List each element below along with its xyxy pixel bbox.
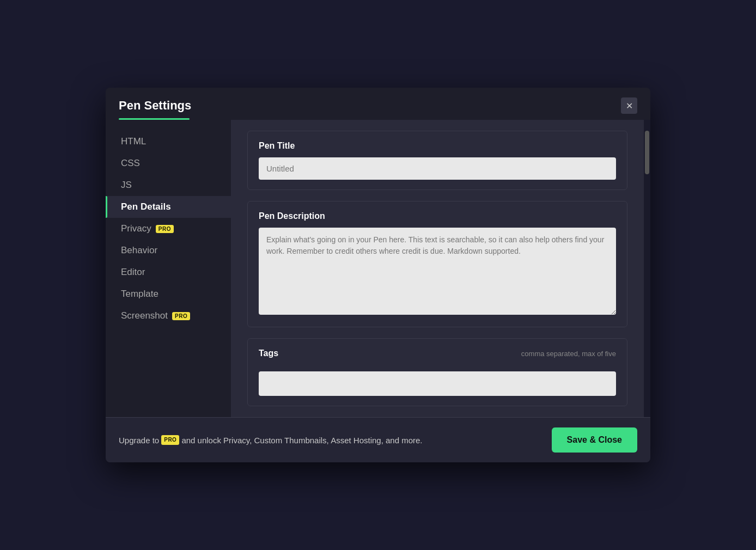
tags-hint: comma separated, max of five — [521, 350, 616, 358]
pen-description-textarea[interactable] — [259, 228, 616, 315]
sidebar-item-html[interactable]: HTML — [106, 131, 231, 152]
sidebar-label-behavior: Behavior — [121, 245, 157, 256]
pen-title-label: Pen Title — [259, 141, 616, 151]
scrollbar-thumb — [645, 131, 649, 174]
screenshot-pro-badge: PRO — [172, 312, 190, 320]
sidebar-item-editor[interactable]: Editor — [106, 261, 231, 283]
modal-title: Pen Settings — [119, 99, 191, 113]
tags-header: Tags comma separated, max of five — [259, 349, 616, 365]
privacy-pro-badge: PRO — [156, 225, 174, 233]
modal-body-wrapper: HTML CSS JS Pen Details Privacy PRO Beha… — [106, 120, 650, 417]
sidebar-label-privacy: Privacy — [121, 223, 151, 234]
modal-footer: Upgrade to PRO and unlock Privacy, Custo… — [106, 417, 650, 462]
pen-description-label: Pen Description — [259, 211, 616, 221]
tags-section: Tags comma separated, max of five — [247, 338, 627, 406]
modal-header: Pen Settings ✕ — [106, 88, 650, 114]
footer-pro-badge: PRO — [161, 435, 179, 445]
sidebar-label-css: CSS — [121, 158, 140, 169]
close-button[interactable]: ✕ — [621, 97, 637, 114]
sidebar-label-screenshot: Screenshot — [121, 310, 168, 321]
sidebar-label-editor: Editor — [121, 267, 145, 278]
sidebar-label-pen-details: Pen Details — [121, 201, 171, 212]
sidebar: HTML CSS JS Pen Details Privacy PRO Beha… — [106, 120, 231, 417]
sidebar-item-screenshot[interactable]: Screenshot PRO — [106, 305, 231, 327]
tags-label: Tags — [259, 349, 278, 358]
sidebar-item-css[interactable]: CSS — [106, 152, 231, 174]
main-content: Pen Title Pen Description Tags comma sep… — [231, 120, 644, 417]
sidebar-item-js[interactable]: JS — [106, 174, 231, 196]
sidebar-item-template[interactable]: Template — [106, 283, 231, 305]
sidebar-item-privacy[interactable]: Privacy PRO — [106, 218, 231, 240]
sidebar-label-html: HTML — [121, 136, 146, 147]
sidebar-label-js: JS — [121, 180, 132, 191]
upgrade-message: Upgrade to PRO and unlock Privacy, Custo… — [119, 435, 423, 446]
pen-description-section: Pen Description — [247, 201, 627, 327]
upgrade-pre-text: Upgrade to — [119, 435, 159, 446]
sidebar-item-behavior[interactable]: Behavior — [106, 240, 231, 261]
sidebar-item-pen-details[interactable]: Pen Details — [106, 196, 231, 218]
pen-settings-modal: Pen Settings ✕ HTML CSS JS Pen Details P… — [106, 88, 650, 462]
pen-title-section: Pen Title — [247, 131, 627, 190]
upgrade-post-text: and unlock Privacy, Custom Thumbnails, A… — [181, 435, 422, 446]
scrollbar[interactable] — [644, 120, 650, 417]
save-close-button[interactable]: Save & Close — [552, 427, 637, 453]
pen-title-input[interactable] — [259, 157, 616, 180]
sidebar-label-template: Template — [121, 289, 158, 300]
tags-input[interactable] — [259, 371, 616, 396]
